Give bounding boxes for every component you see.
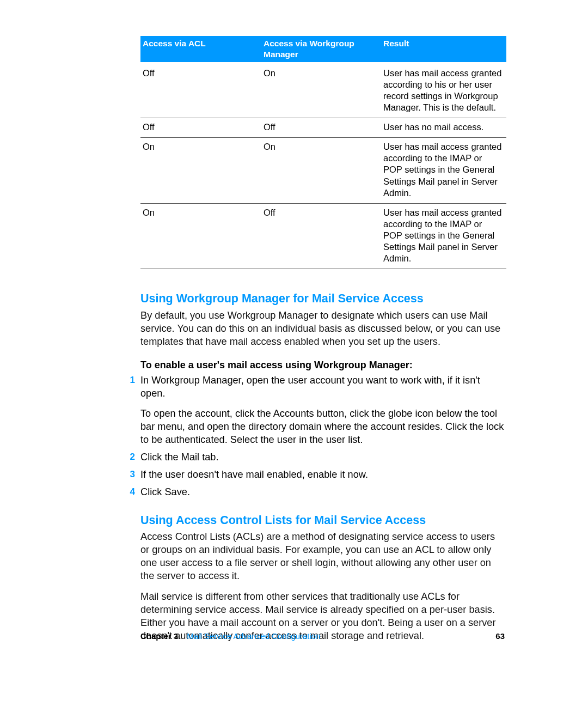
th-result: Result — [381, 36, 506, 62]
cell: Off — [140, 118, 261, 138]
acl-para-1: Access Control Lists (ACLs) are a method… — [140, 530, 505, 582]
cell: Off — [140, 62, 261, 118]
steps-lead: To enable a user's mail access using Wor… — [140, 359, 505, 372]
step-text: Click Save. — [140, 485, 505, 498]
table-row: Off On User has mail access granted acco… — [140, 62, 506, 118]
step-text: In Workgroup Manager, open the user acco… — [140, 374, 505, 446]
th-acl: Access via ACL — [140, 36, 261, 62]
cell: User has no mail access. — [381, 118, 506, 138]
steps-list: 1 In Workgroup Manager, open the user ac… — [140, 374, 505, 498]
intro-paragraph: By default, you use Workgroup Manager to… — [140, 309, 505, 348]
table-row: On Off User has mail access granted acco… — [140, 203, 506, 269]
heading-acl: Using Access Control Lists for Mail Serv… — [140, 513, 505, 528]
step-number: 3 — [123, 468, 135, 481]
step-number: 2 — [123, 451, 135, 464]
step-text: Click the Mail tab. — [140, 451, 505, 464]
heading-workgroup-manager: Using Workgroup Manager for Mail Service… — [140, 291, 505, 306]
step-sub: To open the account, click the Accounts … — [140, 407, 505, 446]
cell: On — [140, 138, 261, 204]
cell: Off — [261, 118, 381, 138]
cell: On — [140, 203, 261, 269]
cell: User has mail access granted according t… — [381, 203, 506, 269]
step-main: In Workgroup Manager, open the user acco… — [140, 374, 505, 400]
cell: User has mail access granted according t… — [381, 62, 506, 118]
step-number: 4 — [123, 485, 135, 498]
table-header-row: Access via ACL Access via Workgroup Mana… — [140, 36, 506, 62]
step-item: 1 In Workgroup Manager, open the user ac… — [140, 374, 505, 446]
th-wgm: Access via Workgroup Manager — [261, 36, 381, 62]
table-row: On On User has mail access granted accor… — [140, 138, 506, 204]
step-item: 2 Click the Mail tab. — [140, 451, 505, 464]
table-row: Off Off User has no mail access. — [140, 118, 506, 138]
footer-chapter: Chapter 3 — [140, 631, 178, 641]
footer-title: Mail Service Advanced Configuration — [187, 631, 320, 641]
footer-page-number: 63 — [495, 631, 505, 642]
access-table: Access via ACL Access via Workgroup Mana… — [140, 36, 506, 269]
cell: Off — [261, 203, 381, 269]
cell: On — [261, 62, 381, 118]
cell: On — [261, 138, 381, 204]
footer-left: Chapter 3 Mail Service Advanced Configur… — [140, 631, 321, 642]
page-footer: Chapter 3 Mail Service Advanced Configur… — [140, 631, 505, 642]
step-text: If the user doesn't have mail enabled, e… — [140, 468, 505, 481]
page: Access via ACL Access via Workgroup Mana… — [0, 0, 588, 706]
step-item: 4 Click Save. — [140, 485, 505, 498]
step-item: 3 If the user doesn't have mail enabled,… — [140, 468, 505, 481]
cell: User has mail access granted according t… — [381, 138, 506, 204]
step-number: 1 — [123, 374, 135, 446]
